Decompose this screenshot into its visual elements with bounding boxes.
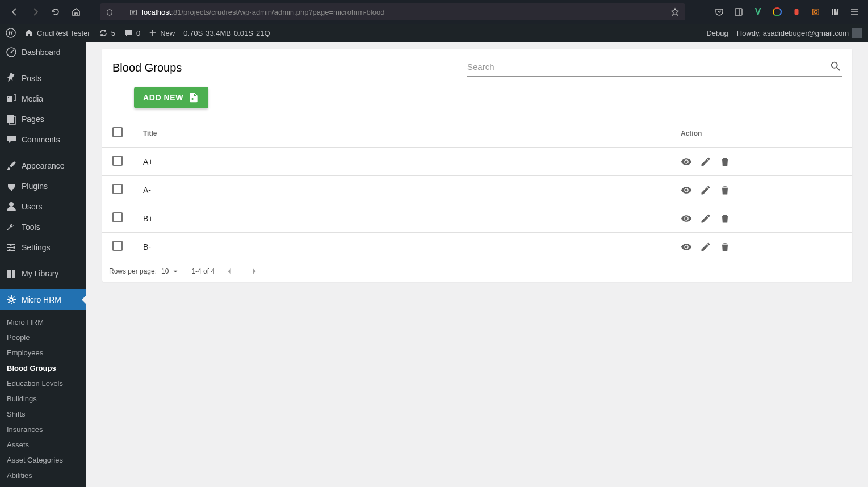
submenu-item-buildings[interactable]: Buildings bbox=[0, 391, 86, 406]
sidebar-item-label: Appearance bbox=[22, 161, 65, 170]
row-checkbox[interactable] bbox=[112, 212, 123, 222]
content-card: Blood Groups ADD NEW T bbox=[102, 49, 852, 282]
gear-icon bbox=[6, 294, 17, 305]
sidebar-item-label: My Library bbox=[22, 269, 58, 278]
sidebar-item-tools[interactable]: Tools bbox=[0, 217, 86, 237]
edit-icon[interactable] bbox=[700, 184, 711, 196]
sidebar-submenu: Micro HRMPeopleEmployeesBlood GroupsEduc… bbox=[0, 310, 86, 487]
sidebar-item-label: Posts bbox=[22, 74, 41, 83]
rows-per-page-select[interactable]: 10 bbox=[161, 267, 180, 276]
submenu-item-people[interactable]: People bbox=[0, 330, 86, 345]
wp-logo[interactable] bbox=[6, 28, 16, 38]
svg-rect-2 bbox=[795, 9, 799, 15]
menu-separator bbox=[0, 284, 86, 289]
sidebar-item-pages[interactable]: Pages bbox=[0, 109, 86, 129]
sidebar-item-media[interactable]: Media bbox=[0, 89, 86, 109]
site-home-link[interactable]: CrudRest Tester bbox=[24, 28, 90, 37]
add-new-button[interactable]: ADD NEW bbox=[134, 87, 208, 108]
table-footer: Rows per page: 10 1-4 of 4 bbox=[102, 261, 852, 282]
edit-icon[interactable] bbox=[700, 241, 711, 253]
sidebar-item-mylibrary[interactable]: My Library bbox=[0, 263, 86, 284]
back-button[interactable] bbox=[7, 4, 23, 20]
svg-rect-1 bbox=[735, 9, 742, 15]
sidebar-item-label: Dashboard bbox=[22, 48, 61, 57]
delete-icon[interactable] bbox=[719, 184, 731, 196]
row-checkbox[interactable] bbox=[112, 184, 123, 194]
sidebar-item-posts[interactable]: Posts bbox=[0, 68, 86, 89]
delete-icon[interactable] bbox=[719, 213, 731, 224]
sidebar-item-microhrm[interactable]: Micro HRM bbox=[0, 289, 86, 310]
debug-link[interactable]: Debug bbox=[706, 29, 728, 37]
submenu-item-abilities[interactable]: Abilities bbox=[0, 468, 86, 483]
sliders-icon bbox=[6, 242, 17, 253]
delete-icon[interactable] bbox=[719, 241, 731, 253]
submenu-item-blood-groups[interactable]: Blood Groups bbox=[0, 360, 86, 376]
row-title: B- bbox=[133, 233, 670, 261]
query-monitor-time[interactable]: 0.70S bbox=[183, 29, 203, 37]
extension-orange-icon[interactable] bbox=[809, 5, 823, 19]
view-icon[interactable] bbox=[681, 241, 692, 253]
submenu-item-asset-categories[interactable]: Asset Categories bbox=[0, 452, 86, 468]
submenu-item-employees[interactable]: Employees bbox=[0, 345, 86, 360]
submenu-item-insurances[interactable]: Insurances bbox=[0, 422, 86, 437]
extension-red-icon[interactable] bbox=[790, 5, 803, 19]
edit-icon[interactable] bbox=[700, 156, 711, 167]
search-field[interactable] bbox=[467, 59, 842, 77]
pagination-range: 1-4 of 4 bbox=[191, 267, 215, 275]
submenu-item-shifts[interactable]: Shifts bbox=[0, 406, 86, 422]
row-checkbox[interactable] bbox=[112, 241, 123, 251]
reader-icon[interactable] bbox=[732, 5, 745, 19]
next-page-button[interactable] bbox=[244, 266, 265, 277]
search-input[interactable] bbox=[467, 62, 829, 72]
svg-rect-0 bbox=[131, 10, 137, 15]
home-button[interactable] bbox=[68, 4, 84, 20]
prev-page-button[interactable] bbox=[219, 266, 240, 277]
select-all-checkbox[interactable] bbox=[112, 127, 123, 137]
edit-icon[interactable] bbox=[700, 213, 711, 224]
view-icon[interactable] bbox=[681, 184, 692, 196]
submenu-item-microhrm-home[interactable]: Micro HRM bbox=[0, 314, 86, 330]
url-bar[interactable]: localhost:81/projects/crudrest/wp-admin/… bbox=[100, 3, 685, 20]
page-icon bbox=[6, 114, 17, 125]
svg-point-19 bbox=[10, 298, 13, 301]
bookmark-star-icon[interactable] bbox=[670, 7, 680, 17]
svg-point-12 bbox=[8, 97, 9, 98]
submenu-item-education-levels[interactable]: Education Levels bbox=[0, 376, 86, 391]
user-icon bbox=[6, 201, 17, 212]
svg-point-8 bbox=[6, 28, 15, 37]
new-link[interactable]: New bbox=[149, 29, 175, 37]
query-monitor-time2[interactable]: 0.01S bbox=[234, 29, 253, 37]
plug-icon bbox=[6, 180, 17, 192]
view-icon[interactable] bbox=[681, 156, 692, 167]
sidebar-item-dashboard[interactable]: Dashboard bbox=[0, 42, 86, 62]
wp-content: Blood Groups ADD NEW T bbox=[86, 42, 868, 487]
sidebar-item-appearance[interactable]: Appearance bbox=[0, 156, 86, 176]
query-monitor-queries[interactable]: 21Q bbox=[256, 29, 270, 37]
sidebar-item-plugins[interactable]: Plugins bbox=[0, 176, 86, 196]
query-monitor-mem[interactable]: 33.4MB bbox=[206, 29, 231, 37]
sidebar-item-label: Plugins bbox=[22, 182, 48, 191]
library-icon[interactable] bbox=[828, 5, 842, 19]
svg-point-10 bbox=[11, 52, 12, 53]
sidebar-item-users[interactable]: Users bbox=[0, 196, 86, 217]
delete-icon[interactable] bbox=[719, 156, 731, 167]
vue-devtools-icon[interactable]: V bbox=[751, 5, 765, 19]
sidebar-item-comments[interactable]: Comments bbox=[0, 129, 86, 150]
submenu-item-assets[interactable]: Assets bbox=[0, 437, 86, 452]
book-icon bbox=[6, 268, 17, 279]
reload-button[interactable] bbox=[48, 4, 64, 20]
forward-button[interactable] bbox=[27, 4, 43, 20]
account-link[interactable]: Howdy, asadidebuger@gmail.com bbox=[737, 28, 862, 38]
menu-button[interactable] bbox=[848, 5, 861, 19]
search-icon[interactable] bbox=[829, 60, 842, 73]
comments-link[interactable]: 0 bbox=[124, 28, 140, 37]
view-icon[interactable] bbox=[681, 213, 692, 224]
sidebar-item-label: Settings bbox=[22, 243, 51, 252]
sidebar-item-settings[interactable]: Settings bbox=[0, 237, 86, 258]
pocket-icon[interactable] bbox=[712, 5, 726, 19]
row-checkbox[interactable] bbox=[112, 156, 123, 166]
extension-rainbow-icon[interactable] bbox=[770, 5, 784, 19]
wp-sidebar: DashboardPostsMediaPagesCommentsAppearan… bbox=[0, 42, 86, 487]
media-icon bbox=[6, 93, 17, 104]
updates-link[interactable]: 5 bbox=[99, 28, 115, 37]
